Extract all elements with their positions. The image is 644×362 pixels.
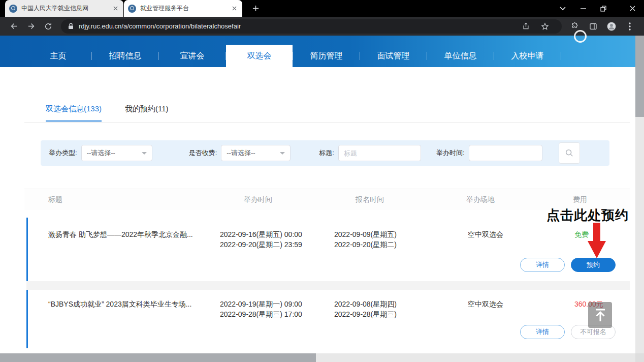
address-bar[interactable]: rdjy.ruc.edu.cn/a/common/corporation/bil… [61, 19, 562, 34]
horizontal-scrollbar-thumb[interactable] [0, 353, 316, 362]
tab-my-reservations[interactable]: 我的预约(11) [125, 104, 169, 114]
forward-icon[interactable] [24, 20, 38, 33]
signup-time-cell: 2022-09-08(星期四) 2022-09-28(星期三) [334, 299, 448, 319]
nav-divider [561, 52, 561, 60]
tab-title: 就业管理服务平台 [140, 4, 227, 13]
side-panel-icon[interactable] [587, 20, 600, 33]
arrow-up-icon [594, 308, 607, 322]
screen: 中国人民大学就业信息网 就业管理服务平台 [0, 0, 644, 362]
tabs-divider [24, 122, 630, 123]
filter-fee-label: 是否收费: [189, 148, 217, 158]
column-header-venue: 举办场地 [447, 195, 549, 204]
table-row: “BJBYS成功就业” 2023届文科类毕业生专场... 2022-09-19(… [26, 290, 630, 348]
reserve-button[interactable]: 预约 [571, 258, 616, 272]
browser-tab-2[interactable]: 就业管理服务平台 [124, 0, 242, 17]
venue-cell: 空中双选会 [448, 299, 550, 319]
nav-item-info-session[interactable]: 宣讲会 [159, 45, 226, 67]
close-button[interactable] [622, 0, 642, 17]
title-input[interactable] [338, 145, 421, 161]
hold-time-cell: 2022-09-16(星期五) 00:00 2022-09-20(星期二) 23… [220, 229, 334, 250]
tab-favicon [9, 5, 17, 13]
lock-icon [68, 23, 74, 29]
search-icon [565, 148, 574, 158]
filter-fee-select[interactable]: --请选择-- [221, 145, 291, 161]
browser-tab-1[interactable]: 中国人民大学就业信息网 [5, 0, 123, 17]
filter-type-select[interactable]: --请选择-- [81, 145, 152, 161]
chevron-down-icon [280, 152, 285, 155]
signup-time-cell: 2022-09-09(星期五) 2022-09-20(星期二) [334, 229, 448, 250]
nav-item-campus-entry[interactable]: 入校申请 [494, 45, 561, 67]
detail-button[interactable]: 详情 [520, 258, 565, 272]
tab-title: 中国人民大学就业信息网 [21, 4, 108, 13]
site-header-band: 主页 招聘信息 宣讲会 双选会 简历管理 面试管理 单位信息 入校申请 [0, 36, 635, 67]
row-gap [26, 281, 630, 290]
horizontal-scrollbar[interactable] [0, 353, 635, 362]
profile-avatar-icon[interactable] [605, 20, 618, 33]
nav-item-home[interactable]: 主页 [25, 45, 91, 67]
tab-close-icon[interactable] [111, 5, 119, 13]
vertical-scrollbar[interactable] [635, 36, 644, 353]
new-tab-button[interactable] [248, 2, 263, 16]
filter-time-label: 举办时间: [436, 148, 465, 158]
minimize-button[interactable] [573, 0, 593, 17]
filter-type-value: --请选择-- [87, 148, 115, 158]
tab-favicon [128, 5, 136, 13]
column-header-signup-time: 报名时间 [333, 195, 447, 204]
browser-address-bar: rdjy.ruc.edu.cn/a/common/corporation/bil… [0, 17, 644, 36]
scrollbar-corner [635, 353, 644, 362]
nav-item-jobs[interactable]: 招聘信息 [92, 45, 158, 67]
tab-close-icon[interactable] [230, 5, 238, 13]
tab-search-icon[interactable] [553, 0, 573, 17]
venue-cell: 空中双选会 [448, 229, 550, 250]
menu-dots-icon[interactable] [623, 20, 636, 33]
browser-tab-strip: 中国人民大学就业信息网 就业管理服务平台 [0, 0, 644, 17]
vertical-scrollbar-thumb[interactable] [635, 36, 644, 117]
reload-icon[interactable] [42, 20, 55, 33]
nav-item-interview[interactable]: 面试管理 [360, 45, 427, 67]
main-nav: 主页 招聘信息 宣讲会 双选会 简历管理 面试管理 单位信息 入校申请 [25, 45, 561, 67]
nav-item-resume[interactable]: 简历管理 [293, 45, 360, 67]
fair-title: “BJBYS成功就业” 2023届文科类毕业生专场... [28, 299, 220, 319]
time-input[interactable] [469, 145, 542, 161]
back-icon[interactable] [7, 20, 20, 33]
column-header-fee: 费用 [549, 195, 630, 204]
fair-title: 激扬青春 助飞梦想——2022年秋季北京金融... [28, 229, 220, 250]
nav-item-bilateral-fair[interactable]: 双选会 [226, 45, 293, 67]
back-to-top-button[interactable] [588, 302, 612, 328]
filter-type-label: 举办类型: [49, 148, 77, 158]
filter-title-label: 标题: [319, 148, 334, 158]
share-icon[interactable] [519, 20, 532, 33]
url-text: rdjy.ruc.edu.cn/a/common/corporation/bil… [79, 22, 516, 30]
webpage: 主页 招聘信息 宣讲会 双选会 简历管理 面试管理 单位信息 入校申请 双选会信… [0, 36, 635, 353]
table-header: 标题 举办时间 报名时间 举办场地 费用 [24, 189, 630, 210]
window-controls [553, 0, 642, 17]
search-button[interactable] [559, 142, 580, 164]
chevron-down-icon [142, 152, 147, 155]
table-row: 激扬青春 助飞梦想——2022年秋季北京金融... 2022-09-16(星期五… [26, 218, 630, 281]
filter-bar: 举办类型: --请选择-- 是否收费: --请选择-- 标题: 举办时间: [41, 140, 609, 166]
bookmark-star-icon[interactable] [538, 20, 552, 33]
annotation-text: 点击此处预约 [546, 206, 629, 224]
annotation-arrow-icon [588, 223, 606, 258]
detail-button[interactable]: 详情 [520, 325, 565, 339]
nav-item-company[interactable]: 单位信息 [427, 45, 494, 67]
tab-fair-list[interactable]: 双选会信息(133) [46, 104, 102, 122]
user-avatar[interactable] [574, 30, 587, 43]
filter-fee-value: --请选择-- [227, 148, 255, 158]
hold-time-cell: 2022-09-19(星期一) 09:00 2022-09-28(星期三) 17… [220, 299, 334, 319]
maximize-button[interactable] [593, 0, 614, 17]
column-header-hold-time: 举办时间 [218, 195, 333, 204]
column-header-title: 标题 [24, 195, 218, 204]
